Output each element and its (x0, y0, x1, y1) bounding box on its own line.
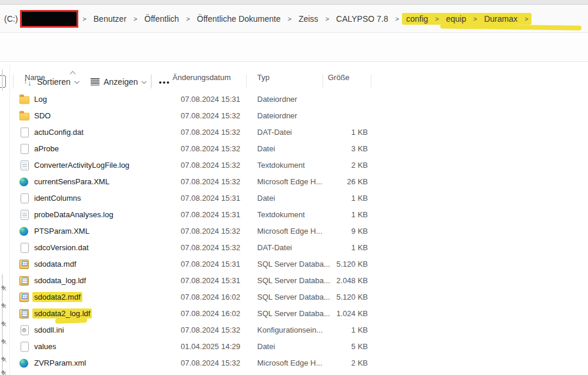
table-row[interactable]: values 01.04.2025 14:29 Datei 5 KB (10, 339, 588, 355)
edge-html-icon (19, 359, 28, 368)
file-name: identColumns (32, 190, 83, 207)
more-options-button[interactable]: ••• (155, 74, 174, 90)
file-type: Datei (257, 339, 275, 355)
blank-file-icon (21, 144, 29, 154)
edge-html-icon (19, 227, 28, 236)
file-size: 1.024 KB (293, 306, 368, 322)
table-row[interactable]: sdcoVersion.dat 07.08.2024 15:32 DAT-Dat… (10, 240, 588, 256)
table-row[interactable]: sdodata_log.ldf 07.08.2024 15:31 SQL Ser… (10, 273, 588, 289)
table-row[interactable]: probeDataAnalyses.log 07.08.2024 15:31 T… (10, 207, 588, 223)
pin-icon (1, 339, 8, 346)
column-header-name[interactable]: Name (25, 73, 45, 82)
column-divider[interactable] (371, 74, 371, 88)
edge-html-icon (19, 178, 28, 187)
pin-icon (1, 303, 8, 310)
file-name: PTSParam.XML (32, 223, 91, 240)
column-header-size[interactable]: Größe (328, 73, 350, 82)
blank-file-icon (21, 342, 29, 352)
file-name: SDO (32, 108, 52, 124)
table-row[interactable]: aProbe 07.08.2024 15:32 Datei 3 KB (10, 141, 588, 157)
file-size: 5.120 KB (293, 289, 368, 306)
file-name: values (32, 339, 58, 355)
table-row-highlighted[interactable]: sdodata2_log.ldf 07.08.2024 16:02 SQL Se… (10, 306, 588, 322)
file-size: 1 KB (293, 207, 368, 223)
pin-icon (1, 285, 8, 293)
file-date: 07.08.2024 15:32 (181, 157, 240, 174)
breadcrumb-item-duramax[interactable]: Duramax (480, 14, 521, 24)
view-button[interactable]: Anzeigen (87, 74, 149, 90)
pin-icon (1, 370, 8, 375)
file-name: ConverterActivityLogFile.log (32, 157, 131, 174)
breadcrumb-item-oeffentliche-dokumente[interactable]: Öffentliche Dokumente (193, 14, 285, 24)
chevron-down-icon (142, 79, 147, 84)
text-file-icon (21, 161, 29, 171)
folder-icon (19, 113, 29, 121)
breadcrumb-separator: > (323, 15, 332, 22)
window-top-strip (0, 0, 588, 5)
file-name: sdodata2.mdf (32, 289, 82, 306)
file-name: sdodata.mdf (32, 256, 78, 273)
file-date: 07.08.2024 15:32 (181, 240, 240, 256)
ellipsis-icon: ••• (159, 78, 171, 87)
column-header-date[interactable]: Änderungsdatum (172, 73, 231, 82)
pin-icon (1, 321, 8, 328)
breadcrumb-separator: > (393, 15, 402, 22)
table-row[interactable]: ConverterActivityLogFile.log 07.08.2024 … (10, 157, 588, 174)
table-row[interactable]: ZVRParam.xml 07.08.2024 15:32 Microsoft … (10, 355, 588, 371)
breadcrumb-separator: > (521, 15, 531, 22)
file-date: 07.08.2024 15:32 (181, 322, 240, 339)
file-size: 2 KB (293, 355, 368, 371)
file-date: 07.08.2024 16:02 (181, 306, 240, 322)
file-size: 1 KB (293, 190, 368, 207)
table-row[interactable]: actuConfig.dat 07.08.2024 15:32 DAT-Date… (10, 124, 588, 141)
column-header-type[interactable]: Typ (257, 73, 270, 82)
text-file-icon (21, 210, 29, 220)
file-name: sdodata_log.ldf (32, 273, 88, 289)
breadcrumb-item-benutzer[interactable]: Benutzer (89, 14, 131, 24)
file-date: 07.08.2024 15:31 (181, 207, 240, 223)
drive-label: (C:) (4, 14, 19, 24)
table-row[interactable]: Log 07.08.2024 15:31 Dateiordner (10, 91, 588, 108)
breadcrumb-separator: > (79, 15, 89, 22)
breadcrumb-item-oeffentlich[interactable]: Öffentlich (140, 14, 183, 24)
file-size: 5 KB (293, 339, 368, 355)
breadcrumb-item-config[interactable]: config (402, 14, 432, 24)
file-date: 07.08.2024 15:32 (181, 124, 240, 141)
file-name: probeDataAnalyses.log (32, 207, 115, 223)
table-row[interactable]: PTSParam.XML 07.08.2024 15:32 Microsoft … (10, 223, 588, 240)
table-row[interactable]: sdodll.ini 07.08.2024 15:32 Konfiguratio… (10, 322, 588, 339)
sql-database-icon (19, 293, 29, 302)
column-divider[interactable] (246, 74, 247, 88)
file-type: DAT-Datei (257, 240, 292, 256)
table-row[interactable]: identColumns 07.08.2024 15:31 Datei 1 KB (10, 190, 588, 207)
command-toolbar: ↑↓ Sortieren Anzeigen ••• (0, 34, 588, 62)
table-row[interactable]: SDO 07.08.2024 15:32 Dateiordner (10, 108, 588, 124)
table-row[interactable]: currentSensPara.XML 07.08.2024 15:32 Mic… (10, 174, 588, 190)
table-row[interactable]: sdodata.mdf 07.08.2024 15:31 SQL Server … (10, 256, 588, 273)
blank-file-icon (21, 243, 29, 253)
sql-log-icon (19, 276, 29, 286)
file-date: 07.08.2024 15:32 (181, 174, 240, 190)
pin-icon (1, 356, 8, 364)
file-type: Datei (257, 141, 275, 157)
redacted-path-box (20, 10, 78, 28)
file-size: 2.048 KB (293, 273, 368, 289)
nav-scrollbar-fragment (2, 69, 3, 91)
file-size: 5.120 KB (293, 256, 368, 273)
table-row-highlighted[interactable]: sdodata2.mdf 07.08.2024 16:02 SQL Server… (10, 289, 588, 306)
file-size: 1 KB (293, 322, 368, 339)
clipped-toolbar-icon (0, 75, 6, 88)
column-divider[interactable] (151, 74, 152, 88)
file-size: 1 KB (293, 124, 368, 141)
breadcrumb-item-calypso[interactable]: CALYPSO 7.8 (332, 14, 392, 24)
file-size: 9 KB (293, 223, 368, 240)
breadcrumb-item-zeiss[interactable]: Zeiss (294, 14, 322, 24)
sql-database-icon (19, 260, 29, 269)
breadcrumb-item-equip[interactable]: equip (442, 14, 470, 24)
breadcrumb-separator: > (470, 15, 480, 22)
file-type: DAT-Datei (257, 124, 292, 141)
column-divider[interactable] (323, 74, 323, 88)
file-name: sdcoVersion.dat (32, 240, 91, 256)
file-size: 1 KB (293, 240, 368, 256)
toolbar-divider (13, 75, 14, 89)
